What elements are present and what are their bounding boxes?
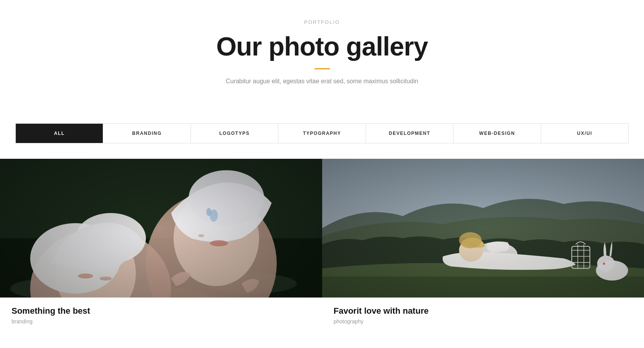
gallery-grid: Something the best branding bbox=[0, 159, 644, 336]
tab-branding[interactable]: BRANDING bbox=[103, 124, 191, 143]
svg-rect-33 bbox=[322, 159, 644, 298]
tab-ux-ui[interactable]: UX/UI bbox=[541, 124, 628, 143]
tab-logotyps[interactable]: LOGOTYPS bbox=[191, 124, 278, 143]
gallery-item-1[interactable]: Something the best branding bbox=[0, 159, 322, 336]
tab-typography[interactable]: TYPOGRAPHY bbox=[278, 124, 366, 143]
tab-development[interactable]: DEVELOPMENT bbox=[366, 124, 453, 143]
svg-rect-18 bbox=[0, 159, 322, 298]
filter-tabs: ALL BRANDING LOGOTYPS TYPOGRAPHY DEVELOP… bbox=[15, 123, 629, 143]
tab-web-design[interactable]: WEB-DESIGN bbox=[453, 124, 541, 143]
gallery-item-2-title: Favorit love with nature bbox=[334, 306, 633, 316]
subtitle-text: Curabitur augue elit, egestas vitae erat… bbox=[8, 78, 636, 85]
gallery-item-1-category: branding bbox=[12, 318, 311, 324]
tab-all[interactable]: ALL bbox=[16, 124, 103, 143]
page-wrapper: PORTFOLIO Our photo gallery Curabitur au… bbox=[0, 0, 644, 336]
gallery-item-1-title: Something the best bbox=[12, 306, 311, 316]
gallery-item-2[interactable]: Favorit love with nature photography bbox=[322, 159, 644, 336]
header-section: PORTFOLIO Our photo gallery Curabitur au… bbox=[0, 0, 644, 112]
gallery-caption-1: Something the best branding bbox=[0, 298, 322, 336]
gallery-image-right bbox=[322, 159, 644, 298]
gallery-image-left bbox=[0, 159, 322, 298]
portfolio-label: PORTFOLIO bbox=[8, 19, 636, 25]
gallery-item-2-category: photography bbox=[334, 318, 633, 324]
gallery-caption-2: Favorit love with nature photography bbox=[322, 298, 644, 336]
title-divider bbox=[314, 68, 330, 69]
page-title: Our photo gallery bbox=[8, 31, 636, 61]
